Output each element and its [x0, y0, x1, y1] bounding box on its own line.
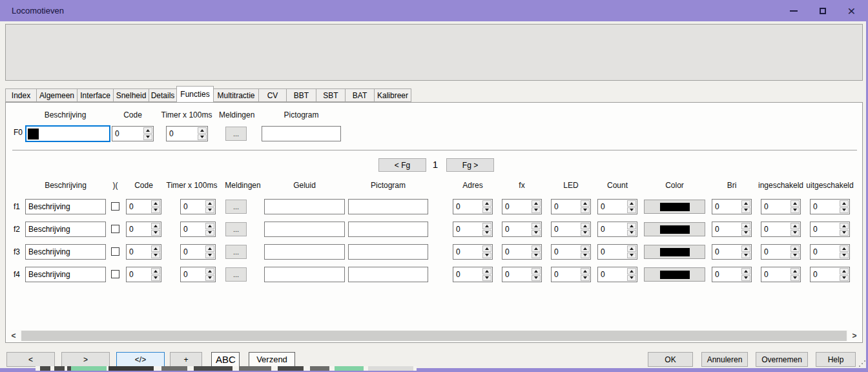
spin-value-input[interactable] [127, 222, 150, 236]
spin-down-button[interactable] [627, 253, 636, 259]
uitgeschakeld-spinner[interactable] [810, 222, 850, 237]
spin-up-button[interactable] [790, 245, 800, 252]
spin-down-button[interactable] [205, 275, 214, 282]
beschrijving-input[interactable] [25, 222, 106, 237]
spin-down-button[interactable] [205, 207, 214, 214]
tab-details[interactable]: Details [149, 88, 177, 102]
spin-down-button[interactable] [741, 207, 750, 214]
led-spinner[interactable] [551, 267, 591, 282]
code-spinner[interactable] [126, 267, 161, 282]
timer-spinner[interactable] [180, 199, 216, 214]
spin-down-button[interactable] [627, 275, 636, 282]
count-spinner[interactable] [597, 244, 637, 260]
overnemen-button[interactable]: Overnemen [756, 352, 808, 367]
tab-multitractie[interactable]: Multitractie [213, 88, 259, 102]
bri-spinner[interactable] [712, 199, 752, 214]
spin-down-button[interactable] [741, 253, 750, 259]
fx-spinner[interactable] [502, 267, 542, 282]
spin-up-button[interactable] [627, 268, 636, 274]
beschrijving-input[interactable] [25, 267, 106, 282]
spin-down-button[interactable] [840, 207, 849, 214]
tab-cv[interactable]: CV [258, 88, 287, 102]
spin-up-button[interactable] [482, 223, 491, 229]
spin-down-button[interactable] [790, 253, 800, 259]
spin-value-input[interactable] [761, 200, 790, 214]
spin-up-button[interactable] [840, 200, 849, 207]
spin-value-input[interactable] [712, 200, 741, 214]
code-spinner[interactable] [126, 222, 161, 237]
fx-spinner[interactable] [502, 199, 542, 214]
uitgeschakeld-spinner[interactable] [810, 244, 850, 260]
spin-value-input[interactable] [127, 267, 150, 282]
meldingen-button[interactable]: ... [225, 267, 247, 282]
spin-up-button[interactable] [790, 268, 800, 274]
spin-up-button[interactable] [741, 223, 750, 229]
spin-down-button[interactable] [205, 253, 214, 259]
color-button[interactable] [644, 200, 705, 214]
meldingen-button[interactable]: ... [225, 245, 247, 259]
spin-up-button[interactable] [581, 200, 590, 207]
adres-spinner[interactable] [453, 222, 493, 237]
spin-down-button[interactable] [482, 207, 491, 214]
adres-spinner[interactable] [453, 267, 493, 282]
spin-value-input[interactable] [453, 267, 482, 282]
ingeschakeld-spinner[interactable] [761, 244, 801, 260]
minimize-button[interactable] [779, 0, 808, 21]
spin-down-button[interactable] [143, 134, 152, 141]
spin-value-input[interactable] [127, 245, 150, 259]
spin-value-input[interactable] [598, 222, 626, 236]
tab-algemeen[interactable]: Algemeen [36, 88, 78, 102]
bri-spinner[interactable] [712, 267, 752, 282]
close-button[interactable]: × [837, 0, 866, 21]
spin-up-button[interactable] [205, 200, 214, 207]
spin-up-button[interactable] [790, 200, 800, 207]
spin-up-button[interactable] [482, 245, 491, 252]
spin-value-input[interactable] [552, 245, 580, 259]
pictogram-input[interactable] [348, 222, 428, 237]
bri-spinner[interactable] [712, 222, 752, 237]
spin-value-input[interactable] [127, 200, 150, 214]
spin-up-button[interactable] [627, 223, 636, 229]
spin-value-input[interactable] [181, 222, 205, 236]
spin-value-input[interactable] [552, 267, 580, 282]
spin-up-button[interactable] [151, 245, 160, 252]
spin-down-button[interactable] [840, 275, 849, 282]
spin-value-input[interactable] [598, 267, 626, 282]
led-spinner[interactable] [551, 199, 591, 214]
spin-value-input[interactable] [453, 245, 482, 259]
spin-down-button[interactable] [532, 275, 541, 282]
spin-up-button[interactable] [151, 268, 160, 274]
spin-up-button[interactable] [151, 200, 160, 207]
titlebar[interactable]: Locomotieven × [0, 0, 868, 21]
spin-down-button[interactable] [532, 253, 541, 259]
spin-down-button[interactable] [790, 207, 800, 214]
spin-down-button[interactable] [532, 230, 541, 236]
spin-up-button[interactable] [741, 245, 750, 252]
spin-value-input[interactable] [181, 267, 205, 282]
spin-value-input[interactable] [552, 200, 580, 214]
invert-checkbox[interactable] [111, 247, 119, 256]
tab-bat[interactable]: BAT [345, 88, 375, 102]
resize-grip-icon[interactable] [859, 366, 860, 367]
count-spinner[interactable] [597, 199, 637, 214]
code-spinner[interactable] [126, 199, 161, 214]
scrollbar-thumb[interactable] [21, 331, 847, 341]
spin-down-button[interactable] [151, 207, 160, 214]
code-spinner[interactable] [126, 244, 161, 260]
spin-value-input[interactable] [502, 200, 531, 214]
spin-up-button[interactable] [627, 200, 636, 207]
spin-down-button[interactable] [151, 253, 160, 259]
led-spinner[interactable] [551, 244, 591, 260]
meldingen-button[interactable]: ... [225, 222, 247, 236]
spin-up-button[interactable] [532, 223, 541, 229]
verzend-button[interactable]: Verzend [249, 352, 295, 367]
spin-down-button[interactable] [151, 230, 160, 236]
spin-down-button[interactable] [482, 275, 491, 282]
scroll-left-button[interactable]: < [7, 330, 20, 342]
spin-up-button[interactable] [840, 223, 849, 229]
fx-spinner[interactable] [502, 244, 542, 260]
spin-value-input[interactable] [598, 245, 626, 259]
spin-up-button[interactable] [205, 245, 214, 252]
spin-down-button[interactable] [205, 230, 214, 236]
annuleren-button[interactable]: Annuleren [701, 352, 748, 367]
